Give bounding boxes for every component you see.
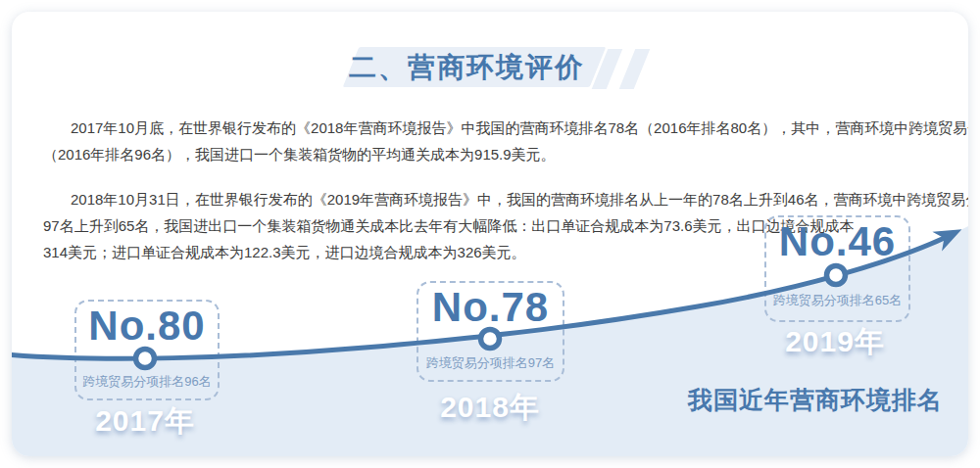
title-block: 二、营商环境评价 [12, 46, 968, 91]
year-label-2018: 2018年 [407, 388, 573, 428]
slide-card: 2017年 2018年 2019年 我国近年营商环境排名 No.80 跨境贸易分… [12, 12, 968, 456]
rank-value: No.78 [418, 284, 563, 331]
paragraph-line: 2018年10月31日，在世界银行发布的《2019年营商环境报告》中，我国的营商… [43, 186, 955, 212]
page-title: 二、营商环境评价 [12, 49, 921, 86]
paragraph-line: （2016年排名96名），我国进口一个集装箱货物的平均通关成本为915.9美元。 [43, 141, 955, 167]
sub-rank-label: 跨境贸易分项排名97名 [418, 354, 563, 372]
sub-rank-label: 跨境贸易分项排名65名 [766, 292, 908, 309]
year-label-2019: 2019年 [752, 322, 918, 362]
datapoint-box-2018: No.78 跨境贸易分项排名97名 [416, 281, 564, 382]
chart-caption: 我国近年营商环境排名 [688, 384, 943, 416]
year-label-2017: 2017年 [62, 401, 228, 442]
datapoint-box-2019: No.46 跨境贸易分项排名65名 [764, 215, 910, 322]
datapoint-box-2017: No.80 跨境贸易分项排名96名 [74, 300, 220, 400]
paragraph-line: 2017年10月底，在世界银行发布的《2018年营商环境报告》中我国的营商环境排… [43, 115, 955, 141]
sub-rank-label: 跨境贸易分项排名96名 [76, 373, 218, 391]
paragraph-2017: 2017年10月底，在世界银行发布的《2018年营商环境报告》中我国的营商环境排… [43, 115, 955, 167]
rank-value: No.80 [76, 303, 218, 350]
rank-value: No.46 [766, 218, 908, 265]
